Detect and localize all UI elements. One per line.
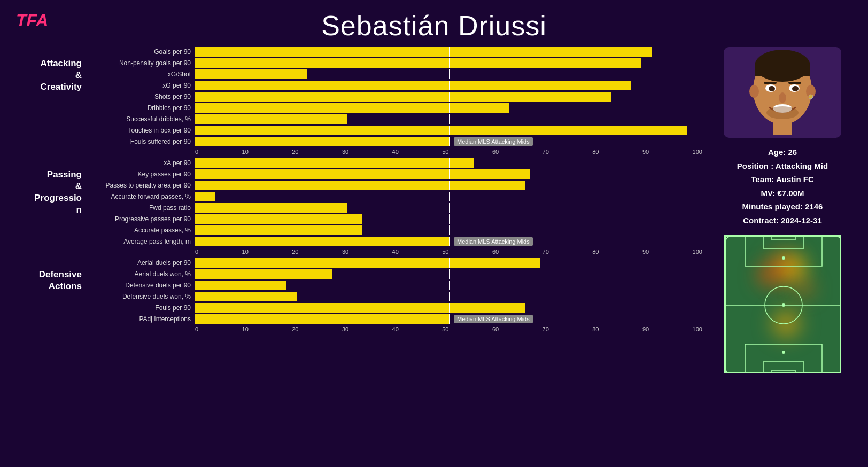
bar-row: Aerial duels won, % — [88, 269, 702, 279]
bar-row: xG/Shot — [88, 69, 702, 79]
svg-rect-11 — [788, 82, 801, 84]
section-label-1: Passing&Progression — [11, 158, 88, 216]
tfa-logo: TFA — [16, 11, 48, 30]
bar-label: Non-penalty goals per 90 — [88, 59, 195, 67]
bar-fill — [195, 114, 347, 124]
svg-point-4 — [749, 85, 759, 98]
bar-label: Aerial duels per 90 — [88, 259, 195, 267]
bar-fill — [195, 258, 540, 268]
median-line — [449, 126, 450, 135]
median-line — [449, 158, 450, 168]
bar-label: Fwd pass ratio — [88, 204, 195, 212]
bar-row: Fouls suffered per 90Median MLS Attackin… — [88, 137, 702, 146]
bar-fill — [195, 214, 362, 224]
bar-label: xG/Shot — [88, 71, 195, 78]
svg-rect-3 — [773, 116, 792, 135]
median-badge: Median MLS Attacking Mids — [454, 315, 533, 323]
bar-container — [195, 192, 702, 201]
bar-label: Dribbles per 90 — [88, 104, 195, 112]
bar-fill — [195, 69, 307, 79]
svg-point-15 — [809, 95, 813, 99]
bar-fill — [195, 169, 530, 179]
median-line — [449, 303, 450, 313]
median-badge: Median MLS Attacking Mids — [454, 237, 533, 246]
bar-row: Accurate forward passes, % — [88, 192, 702, 201]
bar-label: xG per 90 — [88, 82, 195, 89]
bar-container — [195, 58, 702, 68]
bar-row: Shots per 90 — [88, 92, 702, 102]
bar-container — [195, 214, 702, 224]
bar-fill — [195, 81, 631, 90]
bar-label: Aerial duels won, % — [88, 270, 195, 278]
bar-container — [195, 281, 702, 290]
bar-container: Median MLS Attacking Mids — [195, 314, 702, 324]
bar-label: Progressive passes per 90 — [88, 215, 195, 223]
bar-fill — [195, 237, 449, 246]
bar-label: Passes to penalty area per 90 — [88, 182, 195, 189]
bar-label: Accurate forward passes, % — [88, 193, 195, 200]
bar-fill — [195, 225, 362, 235]
bar-container — [195, 103, 702, 113]
svg-rect-2 — [755, 66, 810, 76]
bar-fill — [195, 92, 611, 102]
bar-container — [195, 169, 702, 179]
svg-point-26 — [782, 256, 785, 260]
axis-labels: 0102030405060708090100 — [195, 149, 702, 155]
player-team: Team: Austin FC — [737, 173, 828, 186]
bar-container — [195, 126, 702, 135]
svg-point-14 — [766, 106, 799, 119]
bar-label: Fouls per 90 — [88, 304, 195, 312]
axis-row: 0102030405060708090100 — [88, 248, 702, 255]
bar-row: Defensive duels per 90 — [88, 281, 702, 290]
median-line — [449, 103, 450, 113]
bar-fill — [195, 47, 652, 57]
bar-container — [195, 292, 702, 301]
svg-rect-10 — [764, 82, 777, 84]
bars-area-1: xA per 90Key passes per 90Passes to pena… — [88, 158, 702, 255]
bar-container — [195, 303, 702, 313]
svg-point-27 — [782, 351, 785, 354]
bar-row: Successful dribbles, % — [88, 114, 702, 124]
bar-row: Passes to penalty area per 90 — [88, 181, 702, 190]
bar-fill — [195, 158, 474, 168]
chart-section-0: Attacking&CreativityGoals per 90Non-pena… — [11, 47, 702, 155]
bar-fill — [195, 181, 525, 190]
median-line — [449, 114, 450, 124]
heatmap — [724, 235, 841, 373]
median-line — [449, 225, 450, 235]
page-title: Sebastián Driussi — [0, 0, 868, 47]
bar-fill — [195, 203, 347, 213]
bar-row: Dribbles per 90 — [88, 103, 702, 113]
bars-area-2: Aerial duels per 90Aerial duels won, %De… — [88, 258, 702, 332]
median-line — [449, 192, 450, 201]
player-age: Age: 26 — [737, 145, 828, 159]
median-line — [449, 69, 450, 79]
bar-label: Key passes per 90 — [88, 170, 195, 178]
bar-row: Fouls per 90 — [88, 303, 702, 313]
bar-label: Shots per 90 — [88, 93, 195, 100]
median-badge: Median MLS Attacking Mids — [454, 137, 533, 146]
bar-row: Key passes per 90 — [88, 169, 702, 179]
bar-container — [195, 258, 702, 268]
bar-row: Non-penalty goals per 90 — [88, 58, 702, 68]
axis-row: 0102030405060708090100 — [88, 326, 702, 332]
bar-container — [195, 181, 702, 190]
bar-fill — [195, 292, 297, 301]
bar-label: Goals per 90 — [88, 48, 195, 56]
bar-container — [195, 269, 702, 279]
median-line — [449, 214, 450, 224]
median-line — [449, 269, 450, 279]
median-line — [449, 58, 450, 68]
bar-row: Touches in box per 90 — [88, 126, 702, 135]
bar-label: Fouls suffered per 90 — [88, 138, 195, 145]
bar-container — [195, 92, 702, 102]
median-line — [449, 181, 450, 190]
right-panel: Age: 26 Position : Attacking Mid Team: A… — [708, 47, 857, 373]
bar-row: Defensive duels won, % — [88, 292, 702, 301]
axis-labels: 0102030405060708090100 — [195, 326, 702, 332]
chart-section-1: Passing&ProgressionxA per 90Key passes p… — [11, 158, 702, 255]
bar-row: Accurate passes, % — [88, 225, 702, 235]
bar-row: Average pass length, mMedian MLS Attacki… — [88, 237, 702, 246]
bar-container — [195, 114, 702, 124]
bar-container — [195, 158, 702, 168]
